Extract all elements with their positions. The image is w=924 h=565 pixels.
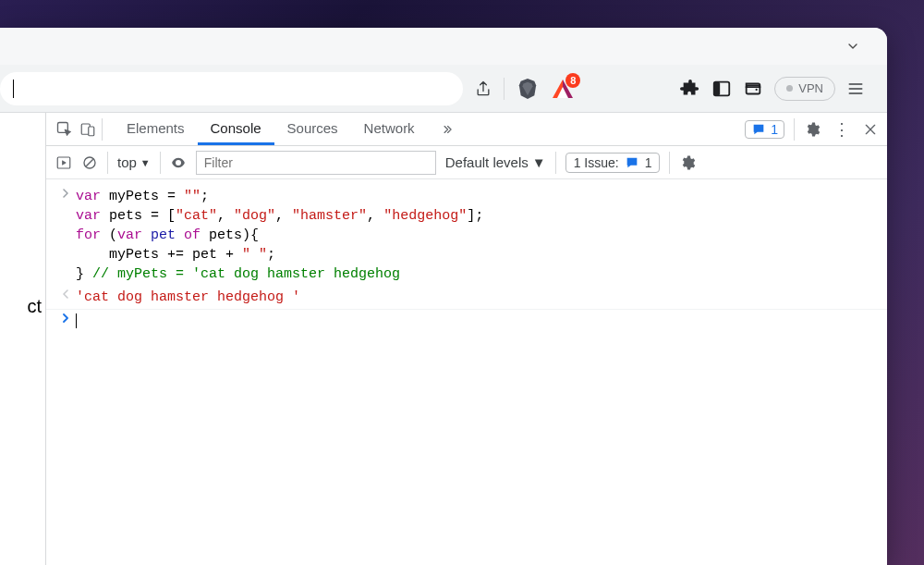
message-icon bbox=[751, 122, 766, 137]
input-marker bbox=[55, 312, 76, 331]
brave-rewards-button[interactable]: 8 bbox=[551, 77, 575, 101]
address-bar[interactable] bbox=[0, 72, 463, 105]
messages-count: 1 bbox=[771, 122, 778, 137]
messages-count-button[interactable]: 1 bbox=[745, 120, 784, 139]
sidepanel-button[interactable] bbox=[711, 79, 732, 99]
issues-count: 1 bbox=[645, 155, 652, 170]
tab-sources[interactable]: Sources bbox=[274, 113, 351, 145]
console-result: 'cat dog hamster hedgehog ' bbox=[76, 288, 300, 307]
panel-icon bbox=[711, 79, 732, 99]
caret bbox=[76, 313, 77, 328]
puzzle-icon bbox=[680, 79, 700, 99]
message-icon bbox=[625, 155, 639, 170]
console-settings-button[interactable] bbox=[679, 154, 696, 171]
filter-input[interactable] bbox=[196, 151, 436, 175]
devtools-tabs: Elements Console Sources Network bbox=[114, 113, 428, 145]
rewards-badge: 8 bbox=[565, 73, 580, 88]
log-levels-selector[interactable]: Default levels ▼ bbox=[445, 154, 546, 170]
console-output-row: 'cat dog hamster hedgehog ' bbox=[46, 286, 887, 310]
issues-label: 1 Issue: bbox=[574, 155, 619, 170]
dropdown-triangle-icon: ▼ bbox=[140, 157, 151, 168]
inspect-icon bbox=[55, 120, 74, 139]
devtools-panel: Elements Console Sources Network 1 bbox=[46, 113, 887, 565]
device-icon bbox=[79, 121, 96, 138]
browser-window: 8 VPN ct bbox=[0, 28, 887, 565]
context-label: top bbox=[117, 154, 137, 170]
vpn-label: VPN bbox=[798, 81, 823, 95]
brave-shields-button[interactable] bbox=[516, 75, 540, 103]
tab-elements[interactable]: Elements bbox=[114, 113, 198, 145]
brave-lion-icon bbox=[517, 77, 538, 101]
svg-rect-1 bbox=[714, 81, 720, 95]
gear-icon bbox=[804, 121, 821, 138]
devtools-close-button[interactable] bbox=[863, 122, 878, 137]
issues-button[interactable]: 1 Issue: 1 bbox=[565, 153, 661, 173]
divider bbox=[107, 152, 108, 174]
live-expression-button[interactable] bbox=[170, 154, 187, 171]
page-content: ct bbox=[0, 113, 46, 565]
devtools-tabbar-right: 1 ⋮ bbox=[745, 118, 878, 141]
wallet-icon bbox=[743, 79, 763, 99]
inspect-element-button[interactable] bbox=[55, 120, 74, 139]
page-text-fragment: ct bbox=[27, 296, 42, 317]
address-caret bbox=[13, 80, 14, 98]
divider bbox=[160, 152, 161, 174]
console-toolbar: top ▼ Default levels ▼ 1 Issue: 1 bbox=[46, 146, 887, 179]
vpn-status-dot bbox=[786, 85, 793, 92]
console-prompt-row[interactable] bbox=[46, 310, 887, 333]
share-button[interactable] bbox=[474, 80, 492, 98]
chevron-right-icon bbox=[61, 189, 70, 198]
context-selector[interactable]: top ▼ bbox=[117, 154, 151, 170]
device-toolbar-button[interactable] bbox=[79, 121, 96, 138]
app-menu-button[interactable] bbox=[846, 80, 865, 98]
levels-label: Default levels bbox=[445, 154, 529, 170]
tabs-dropdown-button[interactable] bbox=[845, 38, 861, 55]
chevron-down-icon bbox=[845, 39, 860, 54]
eye-icon bbox=[170, 154, 187, 171]
wallet-button[interactable] bbox=[743, 79, 763, 99]
dropdown-triangle-icon: ▼ bbox=[532, 154, 546, 170]
content-row: ct Elements Console Sources Network bbox=[0, 113, 887, 565]
play-panel-icon bbox=[55, 154, 72, 171]
devtools-tabbar: Elements Console Sources Network 1 bbox=[46, 113, 887, 146]
clear-console-button[interactable] bbox=[81, 154, 98, 171]
console-prompt[interactable] bbox=[76, 312, 77, 331]
tab-strip bbox=[0, 28, 887, 65]
close-icon bbox=[863, 122, 878, 137]
chevron-right-icon bbox=[61, 313, 70, 323]
share-icon bbox=[474, 80, 492, 98]
divider bbox=[669, 152, 670, 174]
divider bbox=[794, 118, 795, 141]
code: var myPets = ""; var pets = ["cat", "dog… bbox=[76, 187, 483, 284]
chevron-left-icon bbox=[61, 289, 70, 299]
hamburger-icon bbox=[846, 80, 865, 98]
clear-icon bbox=[81, 154, 98, 171]
console-input-block: var myPets = ""; var pets = ["cat", "dog… bbox=[46, 185, 887, 286]
devtools-menu-button[interactable]: ⋮ bbox=[830, 119, 854, 140]
svg-point-3 bbox=[756, 88, 758, 90]
console-sidebar-button[interactable] bbox=[55, 154, 72, 171]
input-marker bbox=[55, 187, 76, 284]
console-body[interactable]: var myPets = ""; var pets = ["cat", "dog… bbox=[46, 179, 887, 565]
tab-network[interactable]: Network bbox=[351, 113, 428, 145]
devtools-settings-button[interactable] bbox=[804, 121, 821, 138]
svg-rect-6 bbox=[89, 127, 94, 136]
divider bbox=[102, 118, 103, 141]
output-marker bbox=[55, 288, 76, 307]
browser-toolbar: 8 VPN bbox=[0, 65, 887, 113]
divider bbox=[555, 152, 556, 174]
divider bbox=[504, 78, 505, 100]
more-tabs-button[interactable] bbox=[433, 123, 461, 136]
extensions-button[interactable] bbox=[680, 79, 700, 99]
tab-console[interactable]: Console bbox=[198, 113, 274, 145]
vpn-button[interactable]: VPN bbox=[774, 77, 835, 101]
chevrons-right-icon bbox=[441, 123, 454, 136]
gear-icon bbox=[679, 154, 696, 171]
